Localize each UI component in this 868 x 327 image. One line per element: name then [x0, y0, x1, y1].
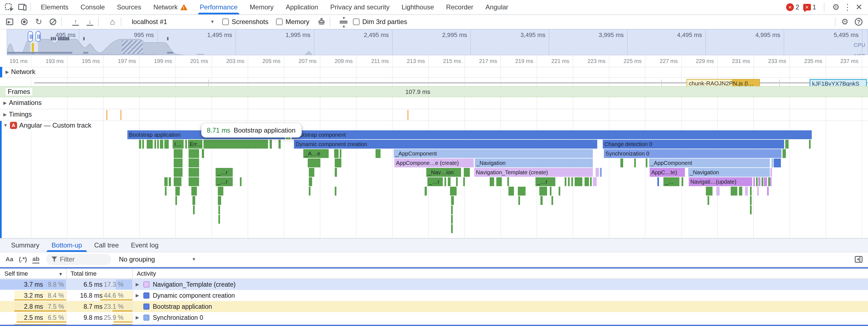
flame-bar[interactable]: [552, 196, 553, 205]
flame-bar[interactable]: [334, 149, 339, 158]
flame-bar[interactable]: Change detection 0: [603, 140, 784, 148]
flame-bar[interactable]: [193, 206, 195, 214]
flame-bar[interactable]: [507, 177, 509, 186]
flame-bar[interactable]: I…: [173, 140, 184, 148]
flame-bar[interactable]: _…: [663, 177, 679, 186]
flame-bar[interactable]: [376, 149, 380, 158]
flame-bar[interactable]: [164, 177, 168, 186]
timing-marker[interactable]: [106, 110, 107, 120]
flame-bar[interactable]: [340, 149, 341, 158]
flame-bar[interactable]: [308, 159, 320, 167]
flame-bar[interactable]: [204, 140, 268, 148]
whole-word-icon[interactable]: ab: [32, 255, 39, 264]
flame-bar[interactable]: [191, 187, 197, 195]
flame-bar[interactable]: _…r: [216, 168, 233, 177]
flame-bar[interactable]: [425, 187, 427, 195]
toggle-sidebar-icon[interactable]: [5, 18, 14, 26]
flame-bar[interactable]: [758, 177, 761, 186]
flame-bar[interactable]: [508, 187, 514, 195]
flame-bar[interactable]: [174, 177, 181, 186]
flame-bar[interactable]: [309, 187, 310, 195]
flame-bar[interactable]: [192, 196, 195, 205]
tab-application[interactable]: Application: [280, 0, 324, 15]
flame-bar[interactable]: [309, 177, 312, 186]
flame-bar[interactable]: [165, 187, 166, 195]
animations-track[interactable]: ▶Animations: [0, 98, 868, 109]
flame-bar[interactable]: [716, 187, 720, 195]
flame-bar[interactable]: Err…: [188, 140, 203, 148]
table-row[interactable]: 2.8 ms7.5 %8.7 ms23.1 %Bootstrap applica…: [0, 301, 868, 312]
flame-chart[interactable]: Bootstrap applicationBootstrap component…: [0, 130, 868, 238]
clear-icon[interactable]: [49, 18, 57, 26]
flame-bar[interactable]: [174, 149, 183, 158]
flame-bar[interactable]: [784, 149, 786, 158]
flame-bar[interactable]: [189, 168, 199, 177]
dim-3rd-parties-checkbox[interactable]: Dim 3rd parties: [353, 18, 407, 26]
flame-bar[interactable]: [309, 168, 314, 177]
flame-bar[interactable]: [706, 187, 712, 195]
flame-bar[interactable]: [335, 168, 337, 177]
flame-bar[interactable]: [596, 168, 599, 177]
flame-bar[interactable]: Navigati…(update): [689, 177, 752, 186]
flame-bar[interactable]: [147, 140, 153, 148]
regex-icon[interactable]: (.*): [19, 256, 27, 263]
table-row[interactable]: 3.2 ms8.4 %16.8 ms44.6 %▶Dynamic compone…: [0, 290, 868, 301]
flame-bar[interactable]: [774, 159, 781, 167]
flame-bar[interactable]: [756, 177, 758, 186]
tab-recorder[interactable]: Recorder: [440, 0, 479, 15]
flame-bar[interactable]: _A…e: [303, 149, 329, 158]
error-badge[interactable]: ✕2: [786, 3, 799, 11]
flame-bar[interactable]: [154, 140, 156, 148]
flame-bar[interactable]: _AppComponent: [649, 159, 770, 167]
flame-bar[interactable]: [202, 149, 204, 158]
flame-bar[interactable]: [657, 177, 659, 186]
help-icon[interactable]: ?: [855, 18, 863, 26]
table-row[interactable]: [0, 323, 868, 326]
overview-strip[interactable]: 495 ms995 ms1,495 ms1,995 ms2,495 ms2,99…: [7, 29, 868, 55]
screenshots-checkbox[interactable]: Screenshots: [222, 18, 268, 26]
flame-bar[interactable]: [757, 187, 759, 195]
flame-bar[interactable]: _Nav…ion: [426, 168, 461, 177]
flame-bar[interactable]: [764, 177, 767, 186]
flame-bar[interactable]: _…r: [427, 177, 443, 186]
download-profile-icon[interactable]: ↓: [86, 18, 94, 26]
flame-bar[interactable]: [568, 177, 570, 186]
flame-bar[interactable]: [218, 196, 221, 205]
flame-bar[interactable]: [593, 177, 597, 186]
settings-gear-icon[interactable]: ⚙: [832, 3, 840, 11]
kebab-menu-icon[interactable]: ⋮: [843, 3, 852, 11]
flame-bar[interactable]: [550, 187, 552, 195]
table-row[interactable]: 3.7 ms9.8 %6.5 ms17.3 %▶Navigation_Templ…: [0, 279, 868, 290]
flame-bar[interactable]: [218, 206, 220, 214]
filter-pill[interactable]: [46, 254, 111, 265]
expand-triangle-icon[interactable]: ▶: [3, 100, 7, 106]
flame-bar[interactable]: [335, 159, 341, 167]
drawer-tab-summary[interactable]: Summary: [11, 239, 39, 252]
device-toolbar-icon[interactable]: [18, 3, 27, 11]
flame-bar[interactable]: [753, 177, 755, 186]
tab-angular[interactable]: Angular: [479, 0, 515, 15]
flame-bar[interactable]: [218, 187, 223, 195]
expand-triangle-icon[interactable]: ▶: [136, 312, 140, 323]
tab-sources[interactable]: Sources: [111, 0, 147, 15]
flame-bar[interactable]: [600, 168, 602, 177]
flame-bar[interactable]: Bootstrap component: [292, 130, 812, 139]
timings-track[interactable]: ▶Timings: [0, 109, 868, 120]
expand-triangle-icon[interactable]: ▶: [5, 69, 9, 75]
flame-bar[interactable]: [490, 177, 494, 186]
screenshots-checkbox-input[interactable]: [222, 19, 229, 25]
memory-checkbox-input[interactable]: [276, 19, 283, 25]
flame-bar[interactable]: [189, 159, 199, 167]
collapse-tracks-icon[interactable]: ▼▲: [340, 18, 347, 26]
flame-bar[interactable]: [164, 140, 169, 148]
issues-badge[interactable]: ✕1: [803, 3, 816, 11]
flame-bar[interactable]: _Navigation: [688, 168, 770, 177]
flame-bar[interactable]: [809, 140, 811, 148]
flame-bar[interactable]: [451, 224, 453, 233]
flame-bar[interactable]: [189, 177, 199, 186]
drawer-tab-bottom-up[interactable]: Bottom-up: [52, 239, 82, 252]
timeline-overview[interactable]: 495 ms995 ms1,495 ms1,995 ms2,495 ms2,99…: [0, 29, 868, 55]
upload-profile-icon[interactable]: ↑: [71, 18, 80, 26]
flame-bar[interactable]: [496, 177, 502, 186]
flame-bar[interactable]: [787, 140, 788, 148]
